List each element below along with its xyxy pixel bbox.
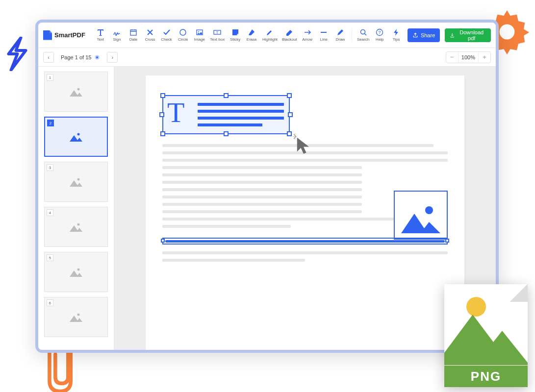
logo-icon — [43, 30, 52, 40]
tips-icon — [392, 28, 400, 36]
thumbnail-number: 2 — [47, 120, 54, 126]
next-page-button[interactable]: › — [107, 52, 118, 63]
download-icon — [450, 32, 455, 38]
cursor-icon — [293, 133, 314, 155]
thumbnail-number: 3 — [47, 164, 53, 171]
draw-tool[interactable]: Draw — [333, 25, 348, 45]
resize-handle[interactable] — [224, 131, 229, 136]
thumbnail-image-icon — [69, 311, 83, 323]
thumbnail-panel: 123456 — [38, 67, 114, 350]
document-page[interactable]: T — [146, 75, 464, 350]
selection-lines — [198, 103, 284, 126]
svg-point-14 — [77, 223, 80, 226]
app-window: SmartPDF Text Sign Date Cross Check Circ… — [35, 20, 499, 353]
sticky-icon — [231, 28, 239, 36]
resize-handle[interactable] — [288, 112, 293, 117]
thumbnail-number: 4 — [47, 209, 53, 216]
search-button[interactable]: Search — [356, 25, 371, 45]
navigation-bar: ‹ Page 1 of 15 › − 100% + — [38, 48, 496, 67]
erase-tool[interactable]: Erase — [244, 25, 259, 45]
svg-text:?: ? — [379, 30, 381, 35]
svg-rect-1 — [130, 30, 136, 35]
arrow-icon — [304, 28, 311, 36]
svg-point-4 — [198, 31, 199, 32]
share-icon — [412, 32, 418, 38]
cross-icon — [146, 28, 154, 36]
svg-point-0 — [500, 24, 515, 40]
text-icon — [97, 28, 104, 36]
svg-point-2 — [180, 29, 186, 35]
check-tool[interactable]: Check — [159, 25, 174, 45]
thumbnail-image-icon — [69, 176, 83, 188]
resize-handle[interactable] — [287, 131, 292, 136]
download-button[interactable]: Download pdf — [445, 28, 491, 42]
resize-handle[interactable] — [161, 239, 165, 243]
check-icon — [163, 28, 171, 36]
tips-button[interactable]: Tips — [389, 25, 404, 45]
main-toolbar: SmartPDF Text Sign Date Cross Check Circ… — [38, 23, 496, 48]
embedded-image[interactable] — [394, 191, 448, 240]
text-selection-box[interactable]: T — [162, 95, 290, 134]
thumbnail-page-4[interactable]: 4 — [44, 207, 108, 247]
search-icon — [359, 28, 367, 36]
highlight-selection[interactable] — [162, 238, 448, 245]
help-button[interactable]: ?Help — [372, 25, 387, 45]
svg-point-15 — [77, 269, 80, 271]
resize-handle[interactable] — [160, 93, 165, 98]
separator — [352, 28, 352, 42]
zoom-in-button[interactable]: + — [479, 52, 490, 63]
draw-icon — [336, 28, 344, 36]
svg-point-7 — [360, 30, 365, 34]
svg-point-11 — [77, 88, 80, 91]
image-tool[interactable]: Image — [192, 25, 207, 45]
help-icon: ? — [376, 28, 383, 36]
resize-handle[interactable] — [160, 131, 165, 136]
thumbnail-image-icon — [69, 266, 83, 278]
sign-icon — [113, 28, 121, 36]
thumbnail-page-5[interactable]: 5 — [44, 252, 108, 292]
thumbnail-image-icon — [69, 86, 83, 98]
resize-handle[interactable] — [159, 112, 164, 117]
png-file-overlay: PNG — [444, 284, 528, 387]
prev-page-button[interactable]: ‹ — [43, 52, 54, 63]
blackout-tool[interactable]: Blackout — [281, 25, 298, 45]
date-tool[interactable]: Date — [126, 25, 141, 45]
image-placeholder-icon — [399, 201, 443, 236]
page-settings-icon[interactable] — [94, 54, 100, 60]
share-button[interactable]: Share — [408, 28, 440, 42]
svg-point-18 — [466, 297, 486, 317]
resize-handle[interactable] — [445, 239, 449, 243]
page-indicator: Page 1 of 15 — [61, 54, 100, 60]
circle-tool[interactable]: Circle — [176, 25, 190, 45]
textbox-icon: T — [213, 28, 221, 36]
zoom-out-button[interactable]: − — [446, 52, 458, 63]
highlight-tool[interactable]: Highlight — [261, 25, 279, 45]
zoom-value: 100% — [458, 52, 479, 63]
image-icon — [196, 28, 204, 36]
thumbnail-number: 6 — [47, 299, 53, 306]
cross-tool[interactable]: Cross — [143, 25, 157, 45]
zoom-control: − 100% + — [446, 51, 491, 63]
resize-handle[interactable] — [224, 93, 229, 98]
line-tool[interactable]: Line — [317, 25, 331, 45]
text-tool[interactable]: Text — [93, 25, 108, 45]
app-name: SmartPDF — [54, 31, 85, 39]
thumbnail-image-icon — [69, 131, 83, 143]
textbox-tool[interactable]: TText box — [209, 25, 226, 45]
resize-handle[interactable] — [287, 93, 292, 98]
thumbnail-page-6[interactable]: 6 — [44, 297, 108, 337]
thumbnail-page-3[interactable]: 3 — [44, 162, 108, 202]
thumbnail-image-icon — [69, 221, 83, 233]
thumbnail-page-2[interactable]: 2 — [44, 117, 108, 157]
thumbnail-number: 1 — [47, 74, 53, 81]
canvas-area[interactable]: T — [114, 67, 496, 350]
thumbnail-page-1[interactable]: 1 — [44, 72, 108, 112]
bolt-decoration — [2, 37, 29, 71]
arrow-tool[interactable]: Arrow — [300, 25, 315, 45]
thumbnail-number: 5 — [47, 254, 53, 261]
body-text-placeholder — [162, 251, 448, 262]
blackout-icon — [285, 28, 293, 36]
sticky-tool[interactable]: Sticky — [228, 25, 243, 45]
svg-point-13 — [77, 178, 80, 181]
sign-tool[interactable]: Sign — [110, 25, 125, 45]
